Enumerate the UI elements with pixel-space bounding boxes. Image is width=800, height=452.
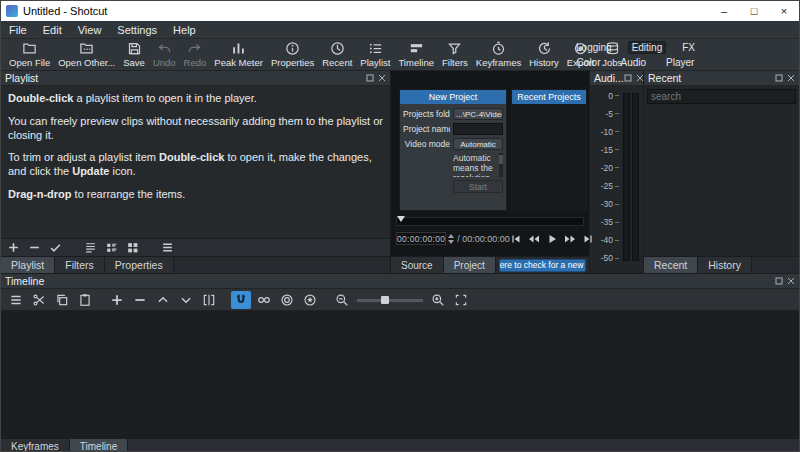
current-time-field[interactable]: 00:00:00:00: [396, 232, 446, 245]
check-version-button[interactable]: Click here to check for a new versi...: [499, 259, 586, 272]
zoom-slider-track[interactable]: [357, 299, 423, 302]
zoom-slider[interactable]: [357, 294, 423, 306]
properties-button[interactable]: Properties: [267, 40, 318, 70]
skip-to-end-icon[interactable]: [582, 233, 594, 245]
menu-view[interactable]: View: [70, 21, 110, 38]
recent-search-input[interactable]: [647, 89, 796, 104]
open-file-button[interactable]: Open File: [5, 40, 54, 70]
spin-up-icon[interactable]: [448, 234, 454, 238]
zoom-out-button[interactable]: [332, 291, 352, 309]
layout-player-button[interactable]: Player: [662, 56, 698, 69]
tab-recent[interactable]: Recent: [644, 257, 698, 273]
paste-icon: [78, 293, 92, 307]
undo-button[interactable]: Undo: [149, 40, 180, 70]
tab-keyframes[interactable]: Keyframes: [1, 439, 70, 452]
video-mode-label: Video mode: [403, 139, 450, 149]
close-panel-icon[interactable]: [787, 277, 795, 285]
minus-icon: [133, 293, 147, 307]
zoom-slider-handle[interactable]: [381, 296, 389, 304]
scrub-while-dragging-button[interactable]: [254, 291, 274, 309]
peak-meter-button[interactable]: Peak Meter: [210, 40, 267, 70]
tab-properties[interactable]: Properties: [105, 257, 174, 273]
minimize-button[interactable]: –: [709, 1, 739, 21]
float-panel-icon[interactable]: [366, 74, 374, 82]
projects-folder-button[interactable]: ...\PC-4\Videos: [453, 108, 503, 120]
recent-icon: [330, 41, 345, 56]
tab-source[interactable]: Source: [391, 257, 444, 273]
video-mode-button[interactable]: Automatic: [453, 138, 503, 150]
project-name-input[interactable]: [453, 123, 503, 135]
rewind-icon[interactable]: [528, 233, 540, 245]
zoom-in-button[interactable]: [428, 291, 448, 309]
audio-panel-titlebar: Audi...: [590, 71, 643, 86]
save-button[interactable]: Save: [119, 40, 149, 70]
play-icon[interactable]: [546, 233, 558, 245]
tab-filters[interactable]: Filters: [55, 257, 105, 273]
layout-logging-button[interactable]: Logging: [572, 41, 616, 54]
redo-button[interactable]: Redo: [180, 40, 211, 70]
close-panel-icon[interactable]: [636, 74, 644, 82]
history-button[interactable]: History: [525, 40, 563, 70]
playlist-panel: Playlist Double-click a playlist item to…: [1, 71, 391, 273]
copy-button[interactable]: [52, 291, 72, 309]
tab-history[interactable]: History: [698, 257, 752, 273]
skip-to-start-icon[interactable]: [510, 233, 522, 245]
cut-button[interactable]: [29, 291, 49, 309]
timeline-menu-button[interactable]: [6, 291, 26, 309]
tab-playlist[interactable]: Playlist: [1, 257, 55, 273]
ripple-button[interactable]: [277, 291, 297, 309]
seek-bar[interactable]: [396, 217, 584, 226]
ripple-all-tracks-button[interactable]: [300, 291, 320, 309]
menu-settings[interactable]: Settings: [109, 21, 165, 38]
zoom-fit-button[interactable]: [451, 291, 471, 309]
open-other-button[interactable]: Open Other...: [54, 40, 119, 70]
float-panel-icon[interactable]: [775, 74, 783, 82]
keyframes-button[interactable]: Keyframes: [472, 40, 525, 70]
fast-forward-icon[interactable]: [564, 233, 576, 245]
layout-audio-button[interactable]: Audio: [617, 56, 651, 69]
paste-button[interactable]: [75, 291, 95, 309]
view-details-icon[interactable]: [84, 241, 97, 254]
split-button[interactable]: [199, 291, 219, 309]
view-tiles-icon[interactable]: [105, 241, 118, 254]
timeline-button[interactable]: Timeline: [394, 40, 438, 70]
start-button[interactable]: Start: [453, 180, 503, 193]
menu-file[interactable]: File: [1, 21, 35, 38]
filters-button[interactable]: Filters: [438, 40, 472, 70]
overwrite-button[interactable]: [176, 291, 196, 309]
lift-button[interactable]: [153, 291, 173, 309]
snap-toggle-button[interactable]: [231, 291, 251, 309]
float-panel-icon[interactable]: [624, 74, 632, 82]
add-to-playlist-icon[interactable]: [7, 241, 20, 254]
playlist-button[interactable]: Playlist: [356, 40, 394, 70]
view-icons-icon[interactable]: [126, 241, 139, 254]
playhead-marker[interactable]: [397, 216, 405, 222]
spin-down-icon[interactable]: [448, 240, 454, 244]
close-panel-icon[interactable]: [378, 74, 386, 82]
menu-help[interactable]: Help: [165, 21, 204, 38]
ripple-delete-button[interactable]: [130, 291, 150, 309]
peak-meter-icon: [231, 41, 246, 56]
properties-icon: [285, 41, 300, 56]
maximize-button[interactable]: □: [739, 1, 769, 21]
playlist-menu-icon[interactable]: [161, 241, 174, 254]
recent-button[interactable]: Recent: [318, 40, 356, 70]
timeline-track-area[interactable]: [1, 311, 799, 438]
close-button[interactable]: ×: [769, 1, 799, 21]
time-spinner[interactable]: [448, 234, 454, 244]
new-project-header[interactable]: New Project: [400, 90, 506, 104]
layout-editing-button[interactable]: Editing: [628, 41, 667, 54]
remove-from-playlist-icon[interactable]: [28, 241, 41, 254]
close-panel-icon[interactable]: [787, 74, 795, 82]
append-button[interactable]: [107, 291, 127, 309]
layout-fx-button[interactable]: FX: [678, 41, 699, 54]
recent-projects-header[interactable]: Recent Projects: [512, 90, 586, 104]
layout-color-button[interactable]: Color: [573, 56, 605, 69]
db-ticks: [615, 91, 619, 263]
update-playlist-icon[interactable]: [49, 241, 62, 254]
float-panel-icon[interactable]: [775, 277, 783, 285]
note-scrollbar[interactable]: [499, 153, 503, 177]
tab-timeline[interactable]: Timeline: [70, 439, 128, 452]
tab-project[interactable]: Project: [444, 257, 496, 273]
menu-edit[interactable]: Edit: [35, 21, 70, 38]
